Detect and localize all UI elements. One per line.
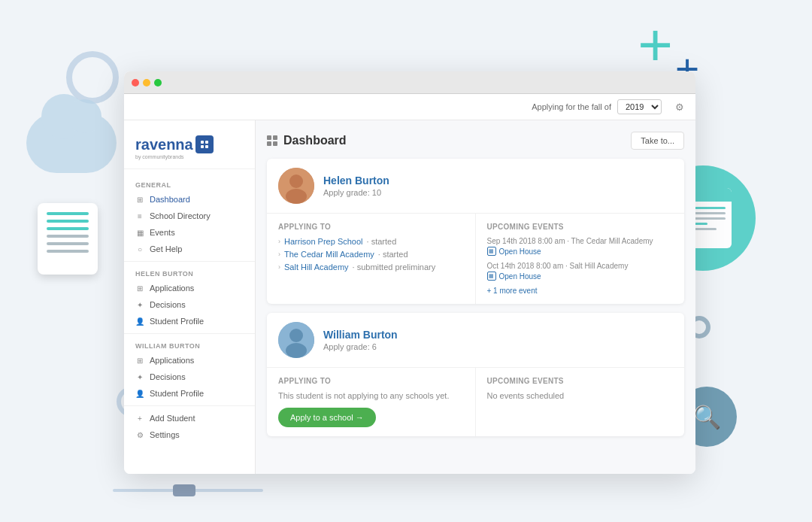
nav-divider-2 [124,333,255,334]
sidebar-helen-decisions-label: Decisions [150,300,186,309]
helen-school-3-status: · submitted preliminary [353,263,436,272]
helen-event-2-time: Oct 14th 2018 8:00 am · Salt Hill Academ… [487,262,674,270]
logo: ravenna [135,135,244,153]
decor-cloud-left [26,113,117,173]
helen-body: Applying to › Harrison Prep School · sta… [267,214,684,304]
take-tour-button[interactable]: Take to... [631,132,684,150]
sidebar-william-profile-label: Student Profile [150,389,204,398]
window-minimize-dot[interactable] [143,79,150,86]
helen-event-1-type: ▦ Open House [487,247,674,256]
sidebar-events-label: Events [150,228,175,237]
helen-school-3: › Salt Hill Academy · submitted prelimin… [278,263,464,272]
sidebar-item-william-decisions[interactable]: ✦ Decisions [124,369,255,385]
sidebar-item-helen-profile[interactable]: 👤 Student Profile [124,313,255,329]
william-events-label: Upcoming events [487,377,674,385]
svg-point-6 [286,189,307,204]
helen-grade: Apply grade: 10 [323,188,673,197]
svg-rect-3 [205,145,208,148]
helen-name: Helen Burton [323,175,673,187]
year-select[interactable]: 2019 2020 [617,99,662,114]
william-no-schools: This student is not applying to any scho… [278,391,464,400]
helen-applying-label: Applying to [278,223,464,231]
grid-icon: ⊞ [135,195,144,204]
person-icon-william: 👤 [135,389,144,398]
apply-to-school-button[interactable]: Apply to a school → [278,408,376,427]
calendar-nav-icon: ▦ [135,228,144,237]
helen-school-3-name[interactable]: Salt Hill Academy [284,263,349,272]
helen-school-2: › The Cedar Mill Academy · started [278,250,464,259]
window-maximize-dot[interactable] [154,79,162,86]
sidebar-item-settings[interactable]: ⚙ Settings [124,426,255,443]
year-label: Applying for the fall of [532,102,611,111]
helen-event-2-label: Open House [499,272,541,281]
help-icon: ○ [135,244,144,253]
sidebar-add-student-label: Add Student [150,414,195,423]
william-events-section: Upcoming events No events scheduled [476,368,685,436]
helen-events-section: Upcoming events Sep 14th 2018 8:00 am · … [476,214,685,304]
helen-more-events[interactable]: + 1 more event [487,287,674,295]
decor-slider [113,489,263,492]
chevron-icon-2: › [278,250,280,258]
helen-events-label: Upcoming events [487,223,674,231]
nav-divider-3 [124,405,255,406]
gear-icon-william: ✦ [135,372,144,381]
sidebar-item-add-student[interactable]: + Add Student [124,410,255,426]
helen-school-2-status: · started [378,250,408,259]
nav-divider-1 [124,261,255,262]
decor-circle-left [66,51,119,104]
svg-point-8 [289,329,303,342]
nav-general-label: GENERAL [124,177,255,191]
sidebar-item-help[interactable]: ○ Get Help [124,241,255,257]
settings-gear-icon[interactable]: ⚙ [675,102,684,113]
sidebar-helen-profile-label: Student Profile [150,317,204,326]
helen-card: Helen Burton Apply grade: 10 Applying to… [267,159,684,304]
sidebar-item-helen-applications[interactable]: ⊞ Applications [124,280,255,296]
person-icon-helen: 👤 [135,317,144,326]
dashboard-grid-icon [267,135,277,146]
page-title-row: Dashboard [267,134,347,147]
sidebar-help-label: Get Help [150,244,182,253]
helen-event-1: Sep 14th 2018 8:00 am · The Cedar Mill A… [487,237,674,256]
william-applying-section: Applying to This student is not applying… [267,368,476,436]
sidebar-school-dir-label: School Directory [150,211,211,220]
logo-icon [195,135,214,153]
sidebar-item-events[interactable]: ▦ Events [124,224,255,241]
add-student-icon: + [135,414,144,423]
sidebar-dashboard-label: Dashboard [150,195,190,204]
william-info: William Burton Apply grade: 6 [323,329,673,351]
sidebar-item-school-directory[interactable]: ≡ School Directory [124,208,255,224]
sidebar-item-william-applications[interactable]: ⊞ Applications [124,352,255,369]
helen-school-1-name[interactable]: Harrison Prep School [284,237,363,246]
sidebar-item-helen-decisions[interactable]: ✦ Decisions [124,296,255,313]
logo-text: ravenna [135,136,193,153]
browser-window: Applying for the fall of 2019 2020 ⚙ rav… [124,71,695,474]
svg-point-5 [289,175,303,188]
william-card: William Burton Apply grade: 6 Applying t… [267,313,684,436]
sidebar-helen-apps-label: Applications [150,284,194,293]
browser-chrome [124,71,695,94]
browser-body: Applying for the fall of 2019 2020 ⚙ rav… [124,94,695,474]
helen-school-2-name[interactable]: The Cedar Mill Academy [284,250,374,259]
sidebar-item-william-profile[interactable]: 👤 Student Profile [124,385,255,402]
app-layout: ravenna by communitybrands GENERAL [124,120,695,474]
window-close-dot[interactable] [132,79,139,86]
sidebar-item-dashboard[interactable]: ⊞ Dashboard [124,191,255,208]
nav-helen-label: HELEN BURTON [124,266,255,280]
logo-sub: by communitybrands [135,154,244,159]
helen-info: Helen Burton Apply grade: 10 [323,175,673,197]
sidebar-settings-label: Settings [150,430,180,439]
william-header: William Burton Apply grade: 6 [267,313,684,368]
main-content: Dashboard Take to... [256,120,695,474]
william-grade: Apply grade: 6 [323,342,673,351]
nav-william-label: WILLIAM BURTON [124,338,255,352]
chevron-icon-3: › [278,263,280,271]
app-header: Dashboard Take to... [267,132,684,150]
list-icon: ≡ [135,211,144,220]
sidebar-william-decisions-label: Decisions [150,372,186,381]
william-applying-label: Applying to [278,377,464,385]
helen-event-1-time: Sep 14th 2018 8:00 am · The Cedar Mill A… [487,237,674,245]
apply-btn-label: Apply to a school → [290,413,364,422]
william-avatar [278,322,314,358]
sidebar-william-apps-label: Applications [150,356,194,365]
chevron-icon-1: › [278,238,280,245]
